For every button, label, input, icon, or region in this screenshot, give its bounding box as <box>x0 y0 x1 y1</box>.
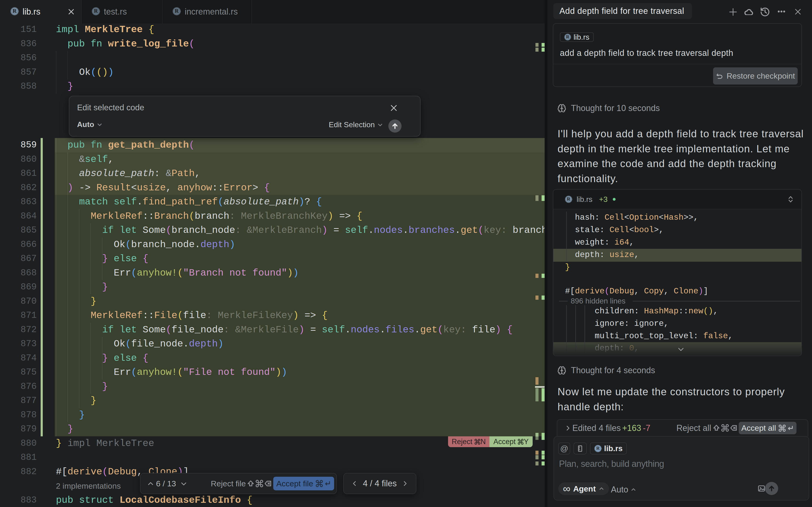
svg-text:R: R <box>175 8 179 14</box>
svg-text:R: R <box>596 446 600 451</box>
svg-text:R: R <box>567 196 570 202</box>
svg-text:R: R <box>566 34 569 39</box>
svg-text:R: R <box>13 8 17 14</box>
svg-text:R: R <box>94 8 98 14</box>
